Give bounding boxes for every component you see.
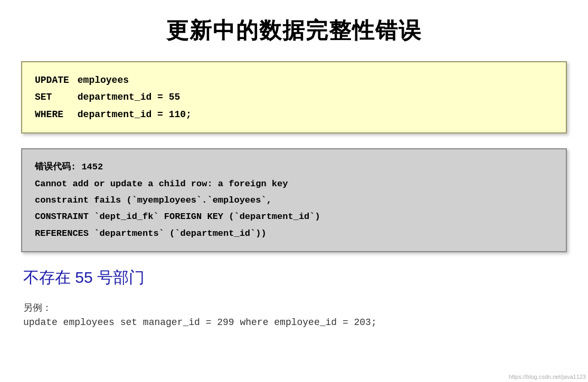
error-line-2: Cannot add or update a child row: a fore… xyxy=(35,176,553,192)
watermark: https://blog.csdn.net/java1123 xyxy=(509,374,586,380)
sql-line-1: UPDATE employees xyxy=(35,72,553,89)
sql-keyword-where: WHERE xyxy=(35,106,72,123)
error-line-3: constraint fails (`myemployees`.`employe… xyxy=(35,192,553,208)
sql-line-2: SET department_id = 55 xyxy=(35,89,553,106)
error-line-1: 错误代码: 1452 xyxy=(35,159,553,175)
info-text: 不存在 55 号部门 xyxy=(21,267,567,289)
sql-code-block: UPDATE employees SET department_id = 55 … xyxy=(21,61,567,133)
sql-set-value: department_id = 55 xyxy=(78,92,180,102)
sql-where-value: department_id = 110; xyxy=(78,109,192,120)
sql-line-3: WHERE department_id = 110; xyxy=(35,106,553,123)
sql-table-name: employees xyxy=(78,75,129,85)
sql-keyword-update: UPDATE xyxy=(35,72,72,89)
error-line-5: REFERENCES `departments` (`department_id… xyxy=(35,225,553,242)
sql-keyword-set: SET xyxy=(35,89,72,106)
page-title: 更新中的数据完整性错误 xyxy=(21,16,567,45)
error-block: 错误代码: 1452 Cannot add or update a child … xyxy=(21,148,567,252)
example-label: 另例： xyxy=(21,301,567,314)
error-line-4: CONSTRAINT `dept_id_fk` FOREIGN KEY (`de… xyxy=(35,208,553,225)
example-code: update employees set manager_id = 299 wh… xyxy=(21,317,567,328)
